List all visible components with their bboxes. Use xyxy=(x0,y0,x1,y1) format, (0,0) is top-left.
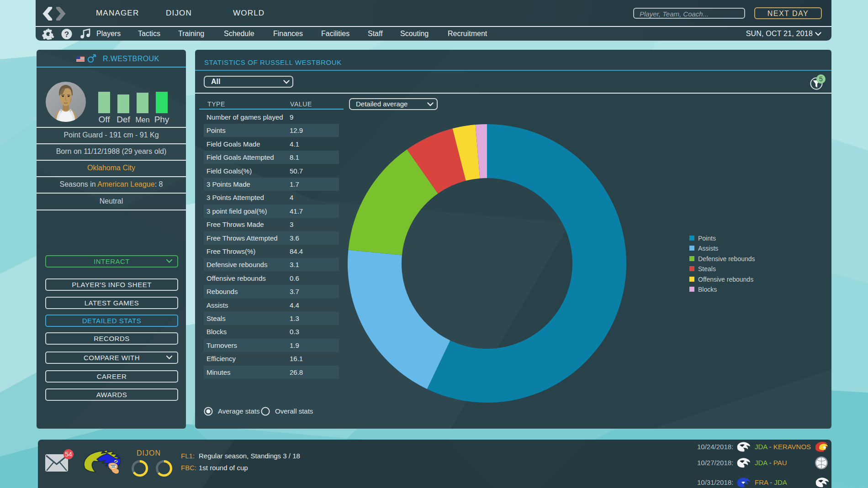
svg-text:54: 54 xyxy=(65,451,72,458)
svg-text:?: ? xyxy=(64,30,69,39)
